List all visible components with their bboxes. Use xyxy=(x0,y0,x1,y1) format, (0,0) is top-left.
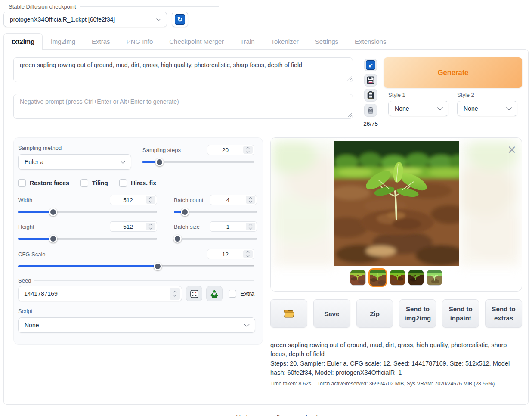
send-to-extras-button[interactable]: Send to extras xyxy=(485,299,522,328)
tab-txt2img[interactable]: txt2img xyxy=(3,33,43,50)
checkpoint-dropdown[interactable]: protogenX34OfficialR_1.ckpt [60fe2f34] xyxy=(3,12,167,27)
send-to-inpaint-button[interactable]: Send to inpaint xyxy=(442,299,479,328)
sampling-method-value: Euler a xyxy=(25,158,43,165)
width-slider[interactable] xyxy=(18,208,157,216)
batch-size-slider[interactable] xyxy=(174,235,257,242)
height-slider[interactable] xyxy=(18,235,157,242)
height-value: 512 xyxy=(110,224,146,230)
gallery-thumbnail[interactable] xyxy=(350,270,366,286)
close-gallery-icon[interactable]: × xyxy=(507,144,517,155)
restore-faces-checkbox[interactable]: Restore faces xyxy=(18,179,69,187)
tiling-label: Tiling xyxy=(92,180,108,186)
negative-prompt-input[interactable] xyxy=(13,94,353,119)
generated-image-sapling[interactable] xyxy=(334,141,459,266)
style2-label: Style 2 xyxy=(457,92,517,98)
save-style-button[interactable] xyxy=(364,74,377,87)
tab-checkpoint-merger[interactable]: Checkpoint Merger xyxy=(161,33,232,49)
label-divider xyxy=(34,280,254,281)
seed-input[interactable]: 1441787169 xyxy=(18,286,182,301)
tab-extras[interactable]: Extras xyxy=(84,33,118,49)
footer-link[interactable]: Github xyxy=(231,414,250,416)
open-folder-button[interactable] xyxy=(270,299,307,328)
info-prompt-text: green sapling rowing out of ground, mud,… xyxy=(270,341,519,359)
reuse-seed-button[interactable] xyxy=(206,286,223,301)
batch-count-label: Batch count xyxy=(174,197,204,203)
gallery-thumbnail[interactable] xyxy=(408,270,424,286)
stepper-icon[interactable] xyxy=(243,146,253,154)
tab-train[interactable]: Train xyxy=(232,33,263,49)
width-value: 512 xyxy=(110,197,146,203)
tab-img2img[interactable]: img2img xyxy=(43,33,84,49)
recycle-icon xyxy=(210,289,219,298)
token-counter: 26/75 xyxy=(363,121,378,127)
prompt-input[interactable]: green sapling rowing out of ground, mud,… xyxy=(13,57,353,82)
vram-text: Torch active/reserved: 3699/4702 MiB, Sy… xyxy=(317,381,495,387)
footer-link[interactable]: API xyxy=(207,414,217,416)
sampling-steps-input[interactable]: 20 xyxy=(207,145,254,155)
label-divider xyxy=(80,6,219,7)
generate-button[interactable]: Generate xyxy=(384,57,522,88)
stepper-icon[interactable] xyxy=(246,196,255,204)
footer-link[interactable]: Gradio xyxy=(264,414,283,416)
tab-settings[interactable]: Settings xyxy=(307,33,346,49)
paste-generation-params-button[interactable]: ↙ xyxy=(364,59,377,71)
trash-icon xyxy=(366,106,375,115)
gallery-blur-backdrop xyxy=(460,141,520,266)
sampling-steps-value: 20 xyxy=(207,147,243,153)
width-input[interactable]: 512 xyxy=(110,195,157,205)
chevron-down-icon xyxy=(156,16,161,21)
stepper-icon[interactable] xyxy=(246,223,255,230)
extra-seed-checkbox[interactable]: Extra xyxy=(229,290,254,298)
random-seed-button[interactable] xyxy=(186,286,202,301)
script-dropdown[interactable]: None xyxy=(18,317,255,333)
footer-link[interactable]: Reload UI xyxy=(298,414,325,416)
stepper-icon[interactable] xyxy=(146,196,155,204)
batch-size-value: 1 xyxy=(210,224,246,230)
hires-fix-checkbox[interactable]: Hires. fix xyxy=(119,179,156,187)
chevron-down-icon xyxy=(120,158,126,164)
sampling-steps-label: Sampling steps xyxy=(142,147,181,153)
apply-style-button[interactable] xyxy=(364,89,377,102)
zip-button[interactable]: Zip xyxy=(356,299,393,328)
txt2img-panel: green sapling rowing out of ground, mud,… xyxy=(3,49,529,405)
style1-dropdown[interactable]: None xyxy=(388,101,448,116)
save-button[interactable]: Save xyxy=(313,299,350,328)
batch-size-label: Batch size xyxy=(174,224,200,230)
checkbox-icon xyxy=(119,179,127,187)
style2-value: None xyxy=(464,105,478,112)
cfg-scale-input[interactable]: 12 xyxy=(207,249,254,259)
gallery-thumbnail-selected[interactable] xyxy=(368,268,387,287)
tab-tokenizer[interactable]: Tokenizer xyxy=(263,33,307,49)
batch-size-input[interactable]: 1 xyxy=(210,221,257,232)
extra-label: Extra xyxy=(240,290,254,297)
script-label: Script xyxy=(18,308,254,314)
batch-count-value: 4 xyxy=(210,197,246,203)
style2-dropdown[interactable]: None xyxy=(457,101,517,116)
sampling-steps-slider[interactable] xyxy=(142,158,254,166)
stepper-icon[interactable] xyxy=(146,223,155,230)
prompt-tools: ↙ xyxy=(363,57,378,127)
tiling-checkbox[interactable]: Tiling xyxy=(80,179,108,187)
clear-prompt-button[interactable] xyxy=(364,104,377,117)
prompt-box: green sapling rowing out of ground, mud,… xyxy=(13,57,353,82)
refresh-checkpoints-button[interactable]: ↻ xyxy=(172,12,188,27)
tab-extensions[interactable]: Extensions xyxy=(346,33,394,49)
hires-fix-label: Hires. fix xyxy=(131,180,156,186)
send-to-img2img-button[interactable]: Send to img2img xyxy=(399,299,436,328)
gallery-thumbnail[interactable] xyxy=(390,270,405,286)
batch-count-input[interactable]: 4 xyxy=(210,195,257,205)
stepper-icon[interactable] xyxy=(170,288,180,300)
height-input[interactable]: 512 xyxy=(110,221,157,232)
stepper-icon[interactable] xyxy=(243,250,253,258)
width-label: Width xyxy=(18,197,32,203)
batch-count-slider[interactable] xyxy=(174,208,257,216)
checkpoint-group: Stable Diffusion checkpoint protogenX34O… xyxy=(3,3,219,27)
checkpoint-label: Stable Diffusion checkpoint xyxy=(9,3,76,10)
gallery-thumbnail[interactable] xyxy=(427,270,442,286)
output-actions: Save Zip Send to img2img Send to inpaint… xyxy=(270,299,522,328)
sampling-method-dropdown[interactable]: Euler a xyxy=(18,154,131,170)
tab-png-info[interactable]: PNG Info xyxy=(118,33,161,49)
cfg-scale-slider[interactable] xyxy=(18,262,254,270)
cfg-scale-value: 12 xyxy=(207,251,243,258)
generation-settings-panel: Sampling method Euler a Sampling steps 2… xyxy=(13,137,263,345)
